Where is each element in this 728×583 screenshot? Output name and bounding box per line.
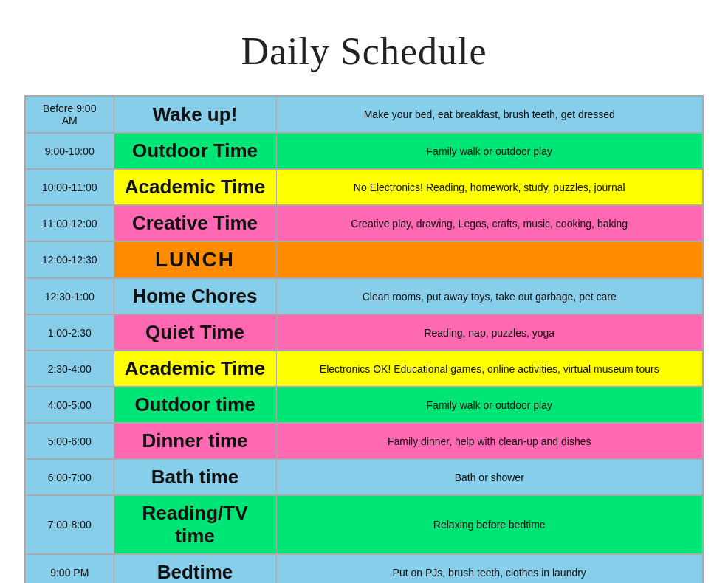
table-row: Before 9:00 AMWake up!Make your bed, eat… bbox=[25, 96, 703, 133]
description-cell: Clean rooms, put away toys, take out gar… bbox=[276, 278, 703, 314]
description-cell: Make your bed, eat breakfast, brush teet… bbox=[276, 96, 703, 133]
table-row: 12:30-1:00Home ChoresClean rooms, put aw… bbox=[25, 278, 703, 314]
activity-cell: Quiet Time bbox=[114, 314, 276, 351]
activity-cell: LUNCH bbox=[114, 241, 276, 278]
description-cell: Creative play, drawing, Legos, crafts, m… bbox=[276, 205, 703, 241]
schedule-table: Before 9:00 AMWake up!Make your bed, eat… bbox=[24, 95, 704, 583]
description-cell: Family dinner, help with clean-up and di… bbox=[276, 423, 703, 459]
table-row: 9:00-10:00Outdoor TimeFamily walk or out… bbox=[25, 133, 703, 169]
time-cell: 1:00-2:30 bbox=[25, 314, 114, 351]
activity-cell: Creative Time bbox=[114, 205, 276, 241]
time-cell: 6:00-7:00 bbox=[25, 459, 114, 495]
table-row: 7:00-8:00Reading/TV timeRelaxing before … bbox=[25, 495, 703, 554]
description-cell: Reading, nap, puzzles, yoga bbox=[276, 314, 703, 351]
description-cell: Electronics OK! Educational games, onlin… bbox=[276, 351, 703, 387]
time-cell: 7:00-8:00 bbox=[25, 495, 114, 554]
time-cell: 12:30-1:00 bbox=[25, 278, 114, 314]
time-cell: Before 9:00 AM bbox=[25, 96, 114, 133]
activity-cell: Academic Time bbox=[114, 351, 276, 387]
activity-cell: Bath time bbox=[114, 459, 276, 495]
table-row: 12:00-12:30LUNCH bbox=[25, 241, 703, 278]
description-cell: Family walk or outdoor play bbox=[276, 387, 703, 423]
time-cell: 9:00 PM bbox=[25, 554, 114, 583]
time-cell: 4:00-5:00 bbox=[25, 387, 114, 423]
time-cell: 11:00-12:00 bbox=[25, 205, 114, 241]
table-row: 1:00-2:30Quiet TimeReading, nap, puzzles… bbox=[25, 314, 703, 351]
table-row: 4:00-5:00Outdoor timeFamily walk or outd… bbox=[25, 387, 703, 423]
time-cell: 9:00-10:00 bbox=[25, 133, 114, 169]
activity-cell: Bedtime bbox=[114, 554, 276, 583]
activity-cell: Outdoor time bbox=[114, 387, 276, 423]
table-row: 5:00-6:00Dinner timeFamily dinner, help … bbox=[25, 423, 703, 459]
time-cell: 2:30-4:00 bbox=[25, 351, 114, 387]
description-cell: Put on PJs, brush teeth, clothes in laun… bbox=[276, 554, 703, 583]
description-cell: No Electronics! Reading, homework, study… bbox=[276, 169, 703, 205]
activity-cell: Home Chores bbox=[114, 278, 276, 314]
description-cell: Relaxing before bedtime bbox=[276, 495, 703, 554]
time-cell: 12:00-12:30 bbox=[25, 241, 114, 278]
table-row: 6:00-7:00Bath timeBath or shower bbox=[25, 459, 703, 495]
table-row: 9:00 PMBedtimePut on PJs, brush teeth, c… bbox=[25, 554, 703, 583]
description-cell: Family walk or outdoor play bbox=[276, 133, 703, 169]
description-cell bbox=[276, 241, 703, 278]
activity-cell: Wake up! bbox=[114, 96, 276, 133]
table-row: 11:00-12:00Creative TimeCreative play, d… bbox=[25, 205, 703, 241]
page-title: Daily Schedule bbox=[241, 30, 487, 73]
activity-cell: Academic Time bbox=[114, 169, 276, 205]
activity-cell: Reading/TV time bbox=[114, 495, 276, 554]
activity-cell: Dinner time bbox=[114, 423, 276, 459]
table-row: 10:00-11:00Academic TimeNo Electronics! … bbox=[25, 169, 703, 205]
time-cell: 10:00-11:00 bbox=[25, 169, 114, 205]
description-cell: Bath or shower bbox=[276, 459, 703, 495]
time-cell: 5:00-6:00 bbox=[25, 423, 114, 459]
table-row: 2:30-4:00Academic TimeElectronics OK! Ed… bbox=[25, 351, 703, 387]
activity-cell: Outdoor Time bbox=[114, 133, 276, 169]
